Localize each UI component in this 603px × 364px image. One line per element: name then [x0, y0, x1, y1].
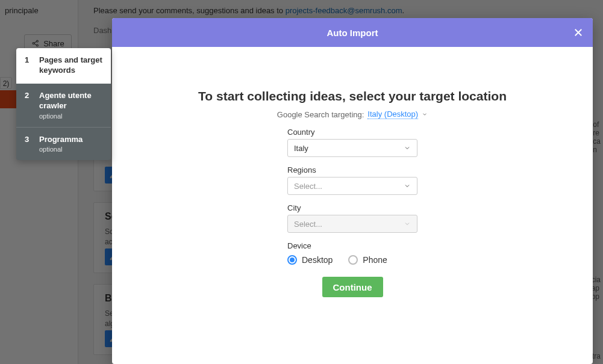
regions-label: Regions	[287, 165, 417, 174]
modal-title: Auto Import	[327, 28, 378, 38]
modal-close-button[interactable]	[571, 25, 586, 40]
country-select[interactable]: Italy	[287, 139, 417, 157]
wizard-step-1-title: Pages and target keywords	[39, 55, 102, 76]
wizard-step-1[interactable]: 1 Pages and target keywords	[16, 48, 111, 84]
modal-heading: To start collecting ideas, select your t…	[198, 89, 507, 103]
device-label: Device	[287, 241, 417, 250]
close-icon	[573, 27, 584, 38]
wizard-step-2-title: Agente utente crawler	[39, 91, 102, 111]
modal-targeting-row: Google Search targeting: Italy (Desktop)	[277, 110, 428, 119]
target-location-form: Country Italy Regions Select... City Sel…	[287, 128, 417, 297]
modal-targeting-label: Google Search targeting:	[277, 110, 364, 119]
regions-select-placeholder: Select...	[294, 182, 322, 191]
wizard-steps-panel: 1 Pages and target keywords 2 Agente ute…	[16, 48, 111, 160]
wizard-step-3-sub: optional	[39, 146, 83, 153]
device-option-phone[interactable]: Phone	[348, 255, 387, 265]
modal-body: To start collecting ideas, select your t…	[112, 47, 593, 364]
device-desktop-label: Desktop	[302, 255, 333, 265]
continue-button[interactable]: Continue	[322, 277, 383, 297]
radio-checked-icon	[287, 255, 297, 265]
wizard-step-1-num: 1	[25, 55, 31, 76]
wizard-step-3-title: Programma	[39, 135, 83, 145]
wizard-step-2[interactable]: 2 Agente utente crawler optional	[16, 84, 111, 128]
country-select-value: Italy	[294, 144, 308, 153]
device-option-desktop[interactable]: Desktop	[287, 255, 333, 265]
wizard-step-3[interactable]: 3 Programma optional	[16, 128, 111, 161]
chevron-down-icon	[404, 182, 411, 190]
city-select-placeholder: Select...	[294, 220, 322, 229]
city-label: City	[287, 203, 417, 212]
city-select[interactable]: Select...	[287, 215, 417, 233]
modal-targeting-value: Italy (Desktop)	[367, 110, 418, 119]
radio-unchecked-icon	[348, 255, 358, 265]
device-radio-group: Desktop Phone	[287, 255, 417, 265]
modal-header: Auto Import	[112, 18, 593, 47]
wizard-step-3-num: 3	[25, 135, 31, 153]
country-label: Country	[287, 128, 417, 137]
wizard-step-2-num: 2	[25, 91, 31, 120]
device-phone-label: Phone	[363, 255, 387, 265]
chevron-down-icon	[404, 220, 411, 227]
regions-select[interactable]: Select...	[287, 177, 417, 195]
wizard-step-2-sub: optional	[39, 113, 102, 120]
chevron-down-icon	[404, 144, 411, 152]
auto-import-modal: Auto Import To start collecting ideas, s…	[112, 18, 593, 364]
chevron-down-icon	[422, 111, 428, 117]
modal-targeting-link[interactable]: Italy (Desktop)	[367, 110, 418, 119]
